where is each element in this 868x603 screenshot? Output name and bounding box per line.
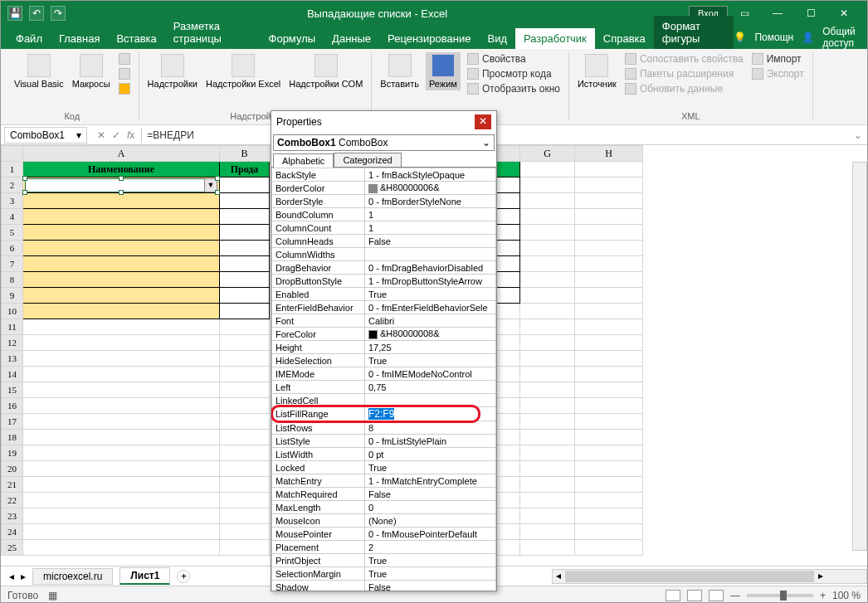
macro-record-icon[interactable]: ▦ [48,590,57,601]
col-header-h[interactable]: H [575,146,643,162]
close-icon[interactable]: ✕ [827,2,861,25]
cell[interactable] [575,162,643,177]
view-normal-icon[interactable] [666,590,680,601]
row-header[interactable]: 18 [2,430,23,445]
row-header[interactable]: 8 [2,272,23,288]
property-name[interactable]: MousePointer [272,528,365,541]
undo-icon[interactable]: ↶ [29,6,44,21]
cell[interactable] [575,430,643,445]
properties-window[interactable]: Properties ✕ ComboBox1 ComboBox ⌄ Alphab… [271,110,497,591]
property-name[interactable]: MaxLength [272,501,365,514]
property-name[interactable]: MatchRequired [272,488,365,501]
row-header[interactable]: 22 [2,493,23,508]
cell[interactable] [220,256,270,272]
zoom-level[interactable]: 100 % [832,590,861,601]
property-value[interactable] [365,394,496,407]
property-value[interactable]: 0 - fmBorderStyleNone [365,195,496,208]
property-value[interactable]: 0 pt [365,448,496,461]
cell[interactable] [575,335,643,351]
property-value[interactable]: 0 - fmIMEModeNoControl [365,367,496,381]
cell[interactable] [575,414,643,430]
property-name[interactable]: BoundColumn [272,208,365,221]
cell[interactable] [520,398,575,414]
tab-insert[interactable]: Вставка [108,28,164,49]
cell[interactable] [23,430,220,445]
fx-icon[interactable]: fx [125,128,136,143]
enter-formula-icon[interactable]: ✓ [110,128,122,143]
cell[interactable] [575,477,643,493]
cell[interactable] [220,272,270,288]
property-value[interactable]: True [365,554,496,567]
row-header[interactable]: 5 [2,225,23,241]
row-header[interactable]: 7 [2,256,23,272]
cell[interactable] [220,177,270,193]
property-name[interactable]: ForeColor [272,328,365,341]
property-name[interactable]: BorderColor [272,182,365,195]
properties-button[interactable]: Свойства [466,52,528,66]
cell[interactable] [575,493,643,508]
chevron-down-icon[interactable]: ⌄ [482,137,490,148]
tab-formulas[interactable]: Формулы [261,28,324,49]
cell[interactable] [23,461,220,477]
cell[interactable] [575,398,643,414]
cell[interactable] [23,225,220,241]
cell[interactable] [520,209,575,225]
cell[interactable] [220,241,270,256]
property-name[interactable]: Locked [272,461,365,474]
properties-grid[interactable]: BackStyle1 - fmBackStyleOpaqueBorderColo… [271,168,496,591]
property-value[interactable]: True [365,354,496,367]
zoom-in-button[interactable]: + [820,590,826,601]
property-name[interactable]: ListStyle [272,435,365,448]
view-code-button[interactable]: Просмотр кода [466,67,553,80]
cell[interactable] [575,445,643,461]
cell[interactable] [220,367,270,382]
tab-data[interactable]: Данные [324,28,379,49]
property-value[interactable]: 0 - fmEnterFieldBehaviorSele [365,301,496,314]
cell[interactable] [23,256,220,272]
redo-icon[interactable]: ↷ [51,6,66,21]
cell[interactable] [23,477,220,493]
zoom-slider[interactable] [747,594,813,597]
cell[interactable] [23,351,220,367]
property-name[interactable]: PrintObject [272,554,365,567]
cell[interactable] [575,351,643,367]
property-name[interactable]: DropButtonStyle [272,275,365,288]
cell[interactable] [520,351,575,367]
cell[interactable] [520,162,575,177]
property-name[interactable]: Font [272,314,365,328]
properties-object-select[interactable]: ComboBox1 ComboBox ⌄ [273,134,495,151]
cell[interactable] [23,193,220,209]
property-name[interactable]: ColumnWidths [272,248,365,261]
cell[interactable] [575,256,643,272]
cell[interactable] [220,477,270,493]
cell[interactable] [23,445,220,461]
import-button[interactable]: Импорт [750,52,803,66]
run-dialog-button[interactable]: Отобразить окно [466,82,562,95]
cell[interactable] [575,382,643,398]
relative-refs-button[interactable] [117,67,132,80]
cell[interactable]: Прода [220,162,270,177]
property-value[interactable]: 1 - fmDropButtonStyleArrow [365,275,496,288]
cell[interactable] [575,540,643,556]
property-value[interactable]: (None) [365,514,496,528]
col-header-b[interactable]: B [220,146,270,162]
cell[interactable] [575,209,643,225]
row-header[interactable]: 6 [2,241,23,256]
cell[interactable] [23,382,220,398]
design-mode-button[interactable]: Режим [426,52,461,90]
property-value[interactable]: F2:F9 [365,407,496,421]
property-name[interactable]: IMEMode [272,367,365,381]
cell[interactable] [520,256,575,272]
property-value[interactable]: True [365,567,496,581]
row-header[interactable]: 13 [2,351,23,367]
property-value[interactable] [365,248,496,261]
cell[interactable] [575,225,643,241]
row-header[interactable]: 3 [2,193,23,209]
cell[interactable]: Наименование [23,162,220,177]
tab-help[interactable]: Справка [595,28,654,49]
cell[interactable] [220,445,270,461]
row-header[interactable]: 15 [2,382,23,398]
tab-format[interactable]: Формат фигуры [654,16,734,49]
cell[interactable] [575,319,643,335]
property-name[interactable]: HideSelection [272,354,365,367]
